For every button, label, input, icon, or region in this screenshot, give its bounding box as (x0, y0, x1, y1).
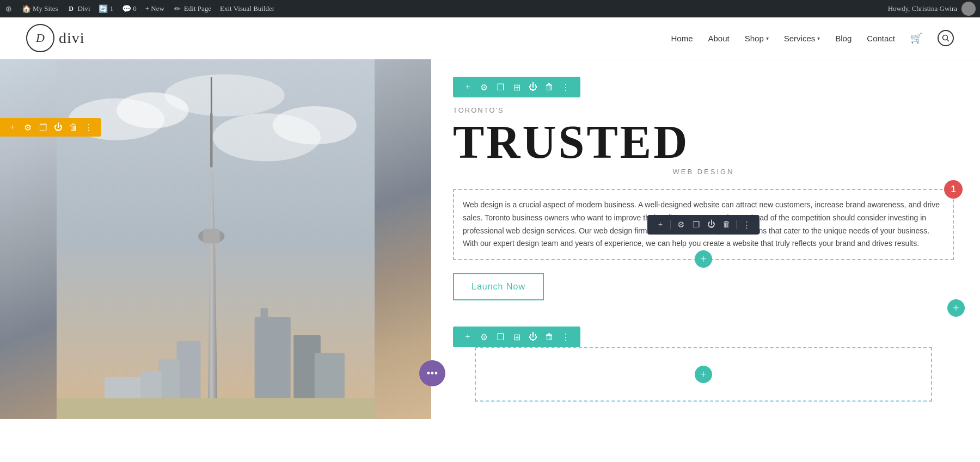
launch-now-button[interactable]: Launch Now (453, 273, 544, 300)
pencil-icon: ✏ (173, 4, 182, 13)
teal-toolbar-bottom: + ⚙ ❐ ⊞ ⏻ 🗑 ⋮ (453, 327, 580, 347)
row-toolbar-orange: + ⚙ ❐ ⏻ 🗑 ⋮ (0, 118, 101, 137)
nav-blog[interactable]: Blog (835, 34, 852, 43)
mini-power-button[interactable]: ⏻ (706, 219, 716, 230)
number-badge: 1 (944, 180, 963, 199)
svg-rect-21 (57, 398, 375, 420)
bottom-section-box: + (475, 347, 932, 402)
shop-dropdown-arrow: ▾ (766, 35, 769, 41)
svg-rect-14 (261, 308, 268, 320)
city-image (0, 59, 431, 419)
sites-icon: 🏠 (22, 4, 30, 13)
logo-circle: D (26, 24, 54, 52)
admin-user-info: Howdy, Christina Gwira (888, 2, 976, 16)
row-trash-button[interactable]: 🗑 (68, 121, 79, 133)
svg-rect-10 (203, 229, 220, 243)
bottom-trash-button[interactable]: 🗑 (543, 331, 555, 343)
new-button[interactable]: + New (145, 4, 164, 13)
divi-menu[interactable]: D Divi (67, 4, 90, 13)
main-section: + ⚙ ❐ ⊞ ⏻ 🗑 ⋮ TORONTO'S TRUSTED WEB DESI… (0, 59, 980, 419)
nav-shop[interactable]: Shop ▾ (745, 34, 769, 43)
bottom-more-button[interactable]: ⋮ (560, 331, 572, 343)
row-more-button[interactable]: ⋮ (83, 121, 95, 133)
admin-bar: ⊕ 🏠 My Sites D Divi 🔄 1 💬 0 + New ✏ Edit… (0, 0, 980, 17)
cn-tower-svg (0, 59, 431, 419)
site-nav: Home About Shop ▾ Services ▾ Blog Contac… (671, 30, 954, 46)
cart-icon[interactable]: 🛒 (910, 32, 922, 44)
mini-add-button[interactable]: + (655, 219, 666, 230)
site-header: D divi Home About Shop ▾ Services ▾ Blog (0, 17, 980, 59)
bottom-duplicate-button[interactable]: ❐ (494, 331, 506, 343)
row-add-button[interactable]: + (7, 121, 19, 133)
section-add-above-button[interactable]: + (947, 299, 965, 317)
svg-point-7 (164, 75, 284, 116)
text-block-plus-button[interactable]: + (695, 250, 712, 268)
nav-about[interactable]: About (708, 34, 729, 43)
nav-home[interactable]: Home (671, 34, 693, 43)
updates-icon: 🔄 (99, 4, 108, 13)
divi-icon: D (67, 4, 76, 13)
mini-more-button[interactable]: ⋮ (741, 219, 752, 230)
nav-services[interactable]: Services ▾ (784, 34, 820, 43)
nav-contact[interactable]: Contact (867, 34, 895, 43)
teal-toolbar-top: + ⚙ ❐ ⊞ ⏻ 🗑 ⋮ (453, 77, 580, 97)
comments-button[interactable]: 💬 0 (122, 4, 137, 13)
module-trash-button[interactable]: 🗑 (543, 81, 555, 93)
toolbar-separator-2 (736, 220, 737, 229)
bottom-add-button[interactable]: + (462, 331, 474, 343)
updates-button[interactable]: 🔄 1 (99, 4, 114, 13)
purple-dot-menu[interactable]: ••• (419, 360, 445, 386)
module-columns-button[interactable]: ⊞ (511, 81, 523, 93)
right-column: + ⚙ ❐ ⊞ ⏻ 🗑 ⋮ TORONTO'S TRUSTED WEB DESI… (431, 59, 980, 419)
svg-rect-16 (176, 341, 200, 407)
page-content: + ⚙ ❐ ⏻ 🗑 ⋮ (0, 59, 980, 419)
module-power-button[interactable]: ⏻ (527, 81, 539, 93)
trusted-heading: TRUSTED (453, 119, 954, 165)
bottom-power-button[interactable]: ⏻ (527, 331, 539, 343)
toolbar-separator (670, 220, 671, 229)
mini-duplicate-button[interactable]: ❐ (690, 219, 701, 230)
services-dropdown-arrow: ▾ (817, 35, 820, 41)
bottom-section-add-button[interactable]: + (695, 366, 712, 383)
text-block: 1 + ⚙ ❐ ⏻ 🗑 ⋮ Web design is a crucial as… (453, 189, 954, 260)
avatar (961, 2, 976, 16)
exit-builder-button[interactable]: Exit Visual Builder (220, 4, 274, 13)
row-settings-button[interactable]: ⚙ (22, 121, 34, 133)
bottom-columns-button[interactable]: ⊞ (511, 331, 523, 343)
wp-logo[interactable]: ⊕ (4, 4, 13, 13)
search-button[interactable] (938, 30, 954, 46)
bottom-settings-button[interactable]: ⚙ (478, 331, 490, 343)
svg-rect-13 (255, 317, 291, 407)
svg-point-6 (273, 106, 357, 145)
my-sites-menu[interactable]: 🏠 My Sites (22, 4, 58, 13)
svg-point-0 (943, 35, 948, 40)
module-add-button[interactable]: + (462, 81, 474, 93)
svg-line-1 (947, 40, 950, 42)
module-more-button[interactable]: ⋮ (560, 81, 572, 93)
module-duplicate-button[interactable]: ❐ (494, 81, 506, 93)
mini-trash-button[interactable]: 🗑 (721, 219, 732, 230)
mini-settings-button[interactable]: ⚙ (675, 219, 686, 230)
wp-icon: ⊕ (4, 4, 13, 13)
site-logo: D divi (26, 24, 85, 52)
row-duplicate-button[interactable]: ❐ (37, 121, 49, 133)
site-wrapper: D divi Home About Shop ▾ Services ▾ Blog (0, 17, 980, 419)
comments-icon: 💬 (122, 4, 131, 13)
edit-page-button[interactable]: ✏ Edit Page (173, 4, 211, 13)
module-settings-button[interactable]: ⚙ (478, 81, 490, 93)
mini-toolbar: + ⚙ ❐ ⏻ 🗑 ⋮ (647, 215, 759, 235)
logo-text: divi (59, 29, 85, 47)
row-power-button[interactable]: ⏻ (52, 121, 64, 133)
left-column (0, 59, 431, 419)
torontos-label: TORONTO'S (453, 106, 954, 114)
web-design-label: WEB DESIGN (453, 168, 954, 176)
